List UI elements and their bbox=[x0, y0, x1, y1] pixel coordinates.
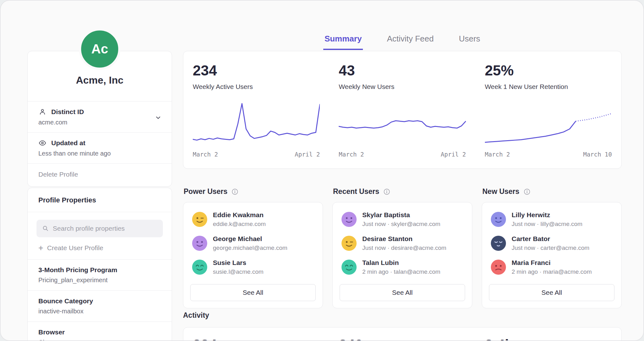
see-all-button[interactable]: See All bbox=[340, 284, 465, 301]
list-title: New Users bbox=[482, 187, 519, 196]
power-users-section: Power Users Eddie Kwakman eddie.k@acme.c… bbox=[183, 187, 323, 308]
user-avatar bbox=[341, 260, 357, 275]
plus-icon: + bbox=[38, 245, 43, 251]
property-label: 3-Month Pricing Program bbox=[38, 266, 161, 274]
list-item[interactable]: Skylar Baptista Just now · skyler@acme.c… bbox=[340, 207, 465, 231]
tab-activity-feed[interactable]: Activity Feed bbox=[386, 34, 435, 50]
user-meta: Just now · skyler@acme.com bbox=[362, 221, 440, 228]
property-item[interactable]: Bounce Category inactive-mailbox bbox=[28, 291, 172, 322]
axis-label-right: March 10 bbox=[583, 151, 612, 158]
user-avatar bbox=[192, 260, 207, 275]
user-avatar bbox=[192, 236, 207, 251]
search-input[interactable] bbox=[53, 225, 157, 232]
company-profile-card: Acme, Inc Distinct ID acme.com bbox=[27, 51, 172, 187]
see-all-button[interactable]: See All bbox=[489, 284, 614, 301]
axis-label-left: March 2 bbox=[485, 151, 510, 158]
user-name[interactable]: Talan Lubin bbox=[362, 259, 440, 267]
list-item[interactable]: Eddie Kwakman eddie.k@acme.com bbox=[190, 207, 316, 231]
user-name[interactable]: Carter Bator bbox=[512, 235, 589, 243]
user-name[interactable]: Lilly Herwitz bbox=[512, 211, 582, 219]
info-icon[interactable] bbox=[231, 188, 238, 195]
list-item[interactable]: Talan Lubin 2 min ago · talan@acme.com bbox=[340, 255, 465, 279]
tab-summary[interactable]: Summary bbox=[323, 34, 363, 50]
profile-properties-card: Profile Properties + Create User Profile… bbox=[27, 188, 172, 341]
app-window: Ac Acme, Inc Distinct ID acme.com bbox=[0, 0, 644, 341]
recent-users-section: Recent Users Skylar Baptista Just now · … bbox=[332, 187, 472, 308]
user-name[interactable]: Susie Lars bbox=[213, 259, 264, 267]
new-users-section: New Users Lilly Herwitz Just now · lilly… bbox=[482, 187, 622, 308]
activity-title: Activity bbox=[183, 311, 622, 320]
stat-weekly-active-users: 234 Weekly Active Users March 2 April 2 bbox=[183, 51, 329, 168]
chart-axis: March 2 April 2 bbox=[339, 151, 466, 158]
list-item[interactable]: Susie Lars susie.l@acme.com bbox=[190, 255, 316, 279]
profile-properties-title: Profile Properties bbox=[28, 188, 172, 212]
new-users-card: Lilly Herwitz Just now · lilly@acme.com … bbox=[482, 202, 622, 308]
list-item[interactable]: George Michael george.michael@acme.com bbox=[190, 231, 316, 255]
list-item[interactable]: Carter Bator Just now · carter@acme.com bbox=[489, 231, 614, 255]
property-item[interactable]: Browser Chrome bbox=[28, 322, 172, 341]
axis-label-right: April 2 bbox=[441, 151, 466, 158]
activity-stat: 3.4k bbox=[475, 336, 621, 341]
field-label: Updated at bbox=[51, 139, 86, 147]
axis-label-left: March 2 bbox=[193, 151, 218, 158]
list-item[interactable]: Desirae Stanton Just now · desirare@acme… bbox=[340, 231, 465, 255]
user-avatar bbox=[491, 212, 506, 227]
property-value: Chrome bbox=[38, 339, 161, 341]
property-item[interactable]: 3-Month Pricing Program Pricing_plan_exp… bbox=[28, 260, 172, 290]
line-chart-weekly-active-users bbox=[193, 100, 320, 146]
profile-properties-search[interactable] bbox=[36, 220, 163, 237]
person-icon bbox=[38, 108, 47, 116]
info-icon[interactable] bbox=[524, 188, 530, 195]
create-user-profile-label: Create User Profile bbox=[47, 244, 103, 252]
activity-section: Activity 234 240 3.4k bbox=[183, 311, 622, 341]
tab-bar: Summary Activity Feed Users bbox=[183, 1, 622, 50]
stat-label: Week 1 New User Retention bbox=[485, 83, 612, 91]
user-avatar bbox=[341, 212, 357, 227]
axis-label-left: March 2 bbox=[339, 151, 364, 158]
user-name[interactable]: Eddie Kwakman bbox=[213, 211, 266, 219]
distinct-id-row[interactable]: Distinct ID acme.com bbox=[28, 102, 172, 132]
stat-week1-retention: 25% Week 1 New User Retention March 2 Ma… bbox=[475, 51, 621, 168]
search-icon bbox=[42, 225, 49, 232]
activity-stat: 240 bbox=[329, 336, 475, 341]
info-icon[interactable] bbox=[383, 188, 390, 195]
field-label: Distinct ID bbox=[51, 108, 84, 116]
user-lists: Power Users Eddie Kwakman eddie.k@acme.c… bbox=[183, 187, 622, 308]
user-meta: susie.l@acme.com bbox=[213, 268, 264, 275]
chevron-down-icon[interactable] bbox=[154, 113, 162, 122]
field-value: acme.com bbox=[38, 119, 161, 126]
create-user-profile-button[interactable]: + Create User Profile bbox=[38, 244, 161, 252]
user-name[interactable]: Skylar Baptista bbox=[362, 211, 440, 219]
list-item[interactable]: Lilly Herwitz Just now · lilly@acme.com bbox=[489, 207, 614, 231]
property-value: Pricing_plan_experiment bbox=[38, 277, 161, 284]
delete-profile-button[interactable]: Delete Profile bbox=[28, 164, 172, 186]
user-meta: Just now · carter@acme.com bbox=[512, 245, 589, 251]
property-label: Bounce Category bbox=[38, 297, 161, 305]
property-value: inactive-mailbox bbox=[38, 308, 161, 315]
user-meta: 2 min ago · maria@acme.com bbox=[512, 268, 592, 275]
summary-stats-card: 234 Weekly Active Users March 2 April 2 … bbox=[183, 51, 622, 169]
line-chart-week1-retention bbox=[485, 100, 612, 146]
chart-axis: March 2 March 10 bbox=[485, 151, 612, 158]
stat-weekly-new-users: 43 Weekly New Users March 2 April 2 bbox=[329, 51, 475, 168]
tab-users[interactable]: Users bbox=[458, 34, 481, 50]
stat-value: 234 bbox=[193, 62, 320, 79]
field-value: Less than one minute ago bbox=[38, 150, 161, 157]
new-users-header: New Users bbox=[482, 187, 622, 196]
recent-users-header: Recent Users bbox=[333, 187, 472, 196]
updated-at-row: Updated at Less than one minute ago bbox=[28, 133, 172, 163]
user-name[interactable]: Maria Franci bbox=[512, 259, 592, 267]
list-item[interactable]: Maria Franci 2 min ago · maria@acme.com bbox=[489, 255, 614, 279]
user-name[interactable]: George Michael bbox=[213, 235, 287, 243]
user-name[interactable]: Desirae Stanton bbox=[362, 235, 446, 243]
activity-card: 234 240 3.4k bbox=[183, 327, 622, 341]
stat-value: 25% bbox=[485, 62, 612, 79]
user-avatar bbox=[341, 236, 357, 251]
divider bbox=[28, 212, 172, 212]
chart-axis: March 2 April 2 bbox=[193, 151, 320, 158]
user-meta: Just now · desirare@acme.com bbox=[362, 245, 446, 251]
property-label: Browser bbox=[38, 328, 161, 336]
list-title: Power Users bbox=[184, 187, 227, 196]
see-all-button[interactable]: See All bbox=[190, 284, 316, 301]
user-avatar bbox=[491, 260, 506, 275]
